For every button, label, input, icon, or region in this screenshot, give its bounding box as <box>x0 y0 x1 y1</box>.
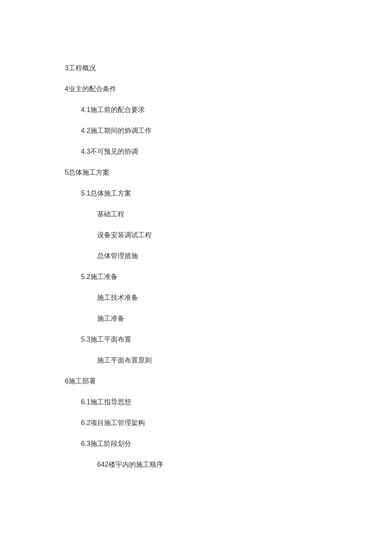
toc-entry: 4业主的配合条件 <box>65 84 392 94</box>
toc-entry: 5.2施工准备 <box>81 272 392 282</box>
toc-entry: 4.1施工前的配合要求 <box>81 105 392 115</box>
toc-entry: 总体管理措施 <box>97 251 392 261</box>
toc-entry: 6施工部署 <box>65 376 392 386</box>
toc-entry: 施工准备 <box>97 313 392 324</box>
toc-entry: 施工平面布置原则 <box>97 355 392 365</box>
toc-entry: 基础工程 <box>97 209 392 219</box>
toc-entry: 5.3施工平面布置 <box>81 334 392 345</box>
toc-entry: 5总体施工方案 <box>65 167 392 178</box>
toc-entry: 施工技术准备 <box>97 293 392 303</box>
toc-entry: 设备安装调试工程 <box>97 230 392 240</box>
toc-entry: 6.1施工指导思想 <box>81 397 392 407</box>
toc-entry: 3工程概况 <box>65 63 392 73</box>
toc-entry: 4.3不可预见的协调 <box>81 147 392 157</box>
toc-entry: 6.2项目施工管理架构 <box>81 418 392 428</box>
toc-entry: 642楼宇内的施工顺序 <box>97 460 392 470</box>
toc-entry: 4.2施工期间的协调工作 <box>81 126 392 136</box>
toc-entry: 6.3施工阶段划分 <box>81 439 392 449</box>
toc-entry: 5.1总体施工方案 <box>81 188 392 198</box>
